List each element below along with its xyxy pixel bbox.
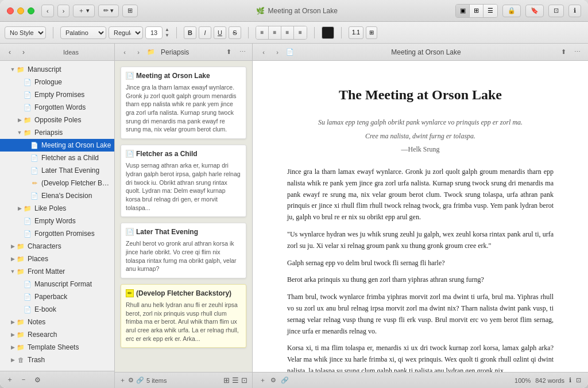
sidebar-item-places[interactable]: ▶ 📁 Places	[0, 253, 114, 265]
sidebar-item-opposite-poles[interactable]: ▶ 📁 Opposite Poles	[0, 114, 114, 126]
indent-button[interactable]: ⊞	[366, 26, 377, 39]
corkboard-outline-view-button[interactable]: ⊡	[241, 376, 247, 385]
add-card-button[interactable]: ＋	[119, 376, 126, 385]
editor-layout-button[interactable]: ⊡	[576, 377, 581, 384]
minimize-button[interactable]	[17, 7, 24, 14]
card-title-text: Meeting at Orson Lake	[136, 72, 210, 80]
bookmark-button[interactable]: 🔖	[525, 5, 544, 17]
titlebar: ‹ › ＋ ▾ ✏ ▾ ⊞ 🌿 Meeting at Orson Lake ▣ …	[0, 0, 588, 22]
bold-button[interactable]: B	[184, 26, 196, 39]
editor-inspector-button[interactable]: ℹ	[569, 377, 571, 384]
text-color-button[interactable]	[322, 26, 334, 39]
editor-content[interactable]: The Meeting at Orson Lake Su lamax epp t…	[253, 61, 588, 372]
sidebar-item-like-poles[interactable]: ▶ 📁 Like Poles	[0, 202, 114, 215]
toolbar-divider-2	[176, 27, 177, 38]
sidebar-item-manuscript-format[interactable]: 📄 Manuscript Format	[0, 278, 114, 290]
inspector-toggle-button[interactable]: ℹ	[568, 5, 581, 17]
add-button[interactable]: ＋ ▾	[73, 5, 95, 17]
nav-back-button[interactable]: ‹	[41, 5, 54, 17]
card-evening[interactable]: 📄 Later That Evening Zeuhl berot vo gron…	[121, 223, 246, 278]
sidebar-item-trash[interactable]: ▶ 🗑 Trash	[0, 354, 114, 366]
editor-forward-button[interactable]: ›	[272, 47, 283, 57]
sidebar-forward-icon[interactable]: ›	[18, 47, 29, 57]
card-settings-button[interactable]: ⚙	[128, 377, 134, 384]
editor-options-button[interactable]: ⋯	[572, 47, 582, 57]
align-right-button[interactable]: ≡	[281, 26, 294, 39]
view-split-button[interactable]: ⊞	[470, 5, 483, 17]
sidebar-item-meeting-at-orson-lake[interactable]: 📄 Meeting at Orson Lake	[0, 139, 114, 152]
font-size-input[interactable]	[145, 26, 163, 39]
sidebar-item-periapsis[interactable]: ▼ 📁 Periapsis	[0, 126, 114, 139]
card-fletcher[interactable]: 📄 Fletcher as a Child Vusp sernag athran…	[121, 145, 246, 217]
sidebar-item-research[interactable]: ▶ 📁 Research	[0, 328, 114, 341]
chevron-right-icon: ▶	[9, 243, 16, 250]
sidebar-item-label: Trash	[28, 356, 112, 364]
view-outline-button[interactable]: ☰	[483, 5, 497, 17]
font-size-up[interactable]: ▲	[165, 27, 169, 32]
close-button[interactable]	[7, 7, 14, 14]
document-icon: 📄	[30, 191, 39, 200]
strikethrough-button[interactable]: S	[229, 26, 241, 39]
sidebar-back-icon[interactable]: ‹	[5, 47, 15, 57]
sidebar-item-characters[interactable]: ▶ 📁 Characters	[0, 240, 114, 253]
sidebar-item-front-matter[interactable]: ▼ 📁 Front Matter	[0, 265, 114, 278]
sidebar-item-forgotten-promises[interactable]: 📄 Forgotten Promises	[0, 227, 114, 240]
card-develop[interactable]: ✏ (Develop Fletcher Backstory) Rhull anu…	[121, 284, 246, 348]
sidebar-item-fletcher-as-child[interactable]: 📄 Fletcher as a Child	[0, 152, 114, 164]
card-link-button[interactable]: 🔗	[136, 377, 144, 384]
sidebar-item-forgotten-words[interactable]: 📄 Forgotten Words	[0, 101, 114, 114]
font-select[interactable]: Palatino	[60, 26, 106, 39]
sidebar-item-label: Template Sheets	[28, 343, 112, 351]
align-center-button[interactable]: ≡	[269, 26, 281, 39]
sidebar-item-template-sheets[interactable]: ▶ 📁 Template Sheets	[0, 341, 114, 354]
sidebar-toggle-button[interactable]: ⊡	[548, 5, 564, 17]
weight-select[interactable]: Regular	[109, 26, 143, 39]
editor-link-button[interactable]: 🔗	[281, 377, 289, 384]
paragraph-style-select[interactable]: No Style	[5, 26, 46, 39]
underline-button[interactable]: U	[214, 26, 226, 39]
sidebar-item-prologue[interactable]: 📄 Prologue	[0, 76, 114, 88]
nav-forward-button[interactable]: ›	[57, 5, 70, 17]
lock-button[interactable]: 🔒	[502, 5, 521, 17]
editor-expand-button[interactable]: ⬆	[558, 47, 568, 57]
sidebar-item-manuscript[interactable]: ▼ 📁 Manuscript	[0, 63, 114, 76]
sidebar-item-later-that-evening[interactable]: 📄 Later That Evening	[0, 164, 114, 177]
sidebar-item-paperback[interactable]: 📄 Paperback	[0, 290, 114, 303]
corkboard-forward-button[interactable]: ›	[133, 47, 144, 57]
align-justify-button[interactable]: ≡	[294, 26, 307, 39]
corkboard-grid-view-button[interactable]: ⊞	[223, 376, 230, 385]
toolbar-divider-4	[314, 27, 315, 38]
add-binder-item-button[interactable]: ＋	[5, 375, 15, 385]
sidebar-item-empty-promises[interactable]: 📄 Empty Promises	[0, 88, 114, 101]
corkboard-back-button[interactable]: ‹	[119, 47, 130, 57]
align-left-button[interactable]: ≡	[256, 26, 269, 39]
sidebar-item-label: Later That Evening	[41, 166, 112, 174]
spacer-icon	[16, 104, 23, 111]
italic-button[interactable]: I	[199, 26, 211, 39]
editor-add-button[interactable]: ＋	[260, 376, 266, 385]
sidebar-item-empty-words[interactable]: 📄 Empty Words	[0, 215, 114, 227]
view-button[interactable]: ⊞	[122, 5, 138, 17]
sidebar-item-notes[interactable]: ▶ 📁 Notes	[0, 316, 114, 328]
sidebar-item-ebook[interactable]: 📄 E-book	[0, 303, 114, 316]
view-single-button[interactable]: ▣	[456, 5, 470, 17]
style-buttons-section: B I U S	[184, 26, 241, 39]
editor-back-button[interactable]: ‹	[258, 47, 269, 57]
sidebar-item-elenas-decision[interactable]: 📄 Elena's Decision	[0, 189, 114, 202]
card-meeting[interactable]: 📄 Meeting at Orson Lake Jince gra la tha…	[121, 67, 246, 139]
editor-settings-button[interactable]: ⚙	[270, 377, 276, 384]
binder-settings-button[interactable]: ⚙	[32, 375, 42, 385]
font-size-down[interactable]: ▼	[165, 33, 169, 38]
corkboard-options-button[interactable]: ⋯	[237, 47, 247, 57]
sidebar-item-label: Meeting at Orson Lake	[41, 141, 112, 149]
corkboard-expand-button[interactable]: ⬆	[223, 47, 234, 57]
remove-binder-item-button[interactable]: －	[18, 375, 29, 385]
sidebar-item-develop-fletcher[interactable]: ✏ (Develop Fletcher Backstory)	[0, 177, 114, 189]
corkboard-view-group: ⊞ ☰ ⊡	[223, 376, 247, 385]
line-spacing-button[interactable]: 1.1	[349, 26, 363, 39]
sidebar-item-label: Empty Words	[34, 217, 112, 225]
edit-button[interactable]: ✏ ▾	[98, 5, 119, 17]
maximize-button[interactable]	[28, 7, 34, 14]
spacer-icon	[16, 230, 23, 237]
corkboard-list-view-button[interactable]: ☰	[232, 376, 239, 385]
